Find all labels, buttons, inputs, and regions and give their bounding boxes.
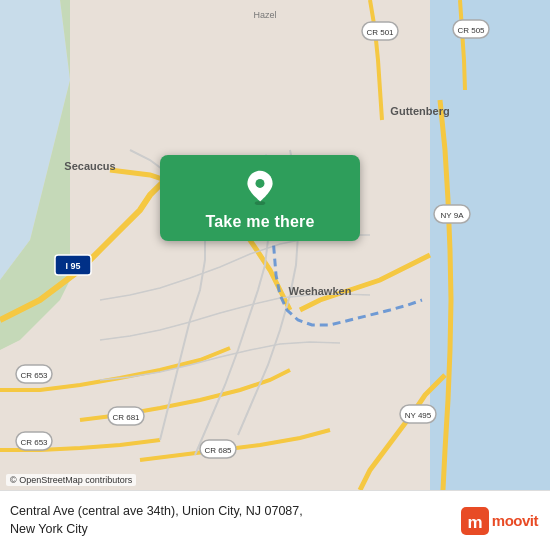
bottom-bar: Central Ave (central ave 34th), Union Ci… — [0, 490, 550, 550]
svg-text:CR 685: CR 685 — [204, 446, 232, 455]
svg-text:CR 501: CR 501 — [366, 28, 394, 37]
svg-text:m: m — [467, 513, 482, 532]
svg-point-30 — [256, 179, 265, 188]
svg-text:CR 681: CR 681 — [112, 413, 140, 422]
svg-text:NY 495: NY 495 — [405, 411, 432, 420]
osm-credit-text: © OpenStreetMap contributors — [10, 475, 132, 485]
location-pin-icon — [242, 169, 278, 205]
svg-point-29 — [255, 201, 266, 205]
svg-text:CR 653: CR 653 — [20, 438, 48, 447]
take-me-there-button[interactable]: Take me there — [205, 213, 314, 231]
svg-text:CR 653: CR 653 — [20, 371, 48, 380]
svg-text:Guttenberg: Guttenberg — [390, 105, 449, 117]
svg-text:Secaucus: Secaucus — [64, 160, 115, 172]
svg-text:I 95: I 95 — [65, 261, 80, 271]
moovit-m-icon: m — [461, 507, 489, 535]
address-line1: Central Ave (central ave 34th), Union Ci… — [10, 504, 303, 518]
address-line2: New York City — [10, 522, 88, 536]
svg-text:NY 9A: NY 9A — [441, 211, 465, 220]
moovit-brand-text: moovit — [492, 512, 538, 529]
address-text: Central Ave (central ave 34th), Union Ci… — [10, 503, 303, 538]
svg-text:CR 505: CR 505 — [457, 26, 485, 35]
moovit-logo: m moovit — [461, 507, 538, 535]
osm-credit: © OpenStreetMap contributors — [6, 474, 136, 486]
take-me-there-popup: Take me there — [160, 155, 360, 241]
svg-text:Hazel: Hazel — [253, 10, 276, 20]
svg-text:Weehawken: Weehawken — [289, 285, 352, 297]
map-background: I 95 NJ 3 CR 501 CR 505 CR 653 CR 681 CR… — [0, 0, 550, 490]
map-container: I 95 NJ 3 CR 501 CR 505 CR 653 CR 681 CR… — [0, 0, 550, 490]
